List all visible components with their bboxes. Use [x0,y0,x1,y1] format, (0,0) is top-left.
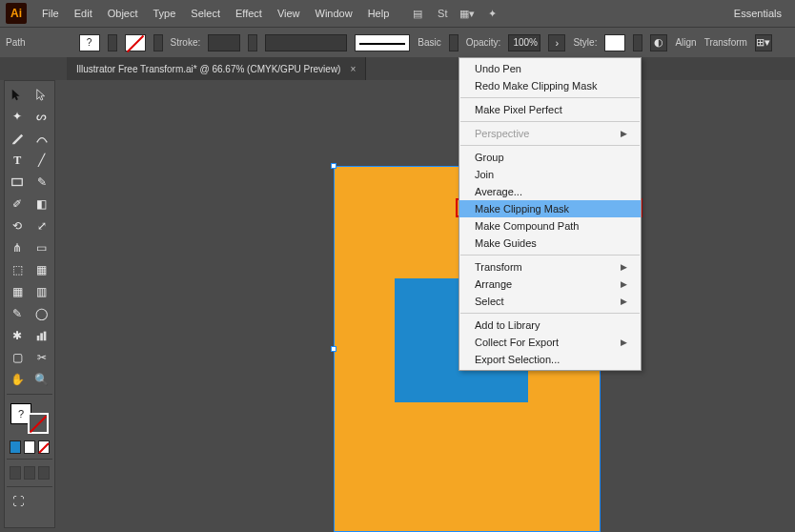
context-menu-item[interactable]: Add to Library [459,317,641,334]
context-menu-item[interactable]: Make Pixel Perfect [459,101,641,118]
opacity-label: Opacity: [466,37,501,48]
context-menu-item[interactable]: Undo Pen [459,60,641,77]
slice-tool[interactable]: ✂ [31,348,53,367]
recolor-icon[interactable]: ◐ [650,34,667,51]
context-menu-item[interactable]: Redo Make Clipping Mask [459,77,641,94]
eyedropper-tool[interactable]: ✎ [7,304,29,323]
context-menu-item-label: Add to Library [475,319,540,331]
fill-swatch[interactable] [79,34,100,51]
gpu-icon[interactable]: ✦ [484,6,499,21]
context-menu-separator [460,97,640,98]
context-menu-item[interactable]: Join [459,166,641,183]
opacity-field[interactable]: 100% [508,34,540,51]
context-menu-item[interactable]: Transform▶ [459,258,641,276]
menu-effect[interactable]: Effect [228,4,270,23]
transform-link[interactable]: Transform [704,37,747,48]
context-menu-item[interactable]: Make Compound Path [459,217,641,235]
zoom-tool[interactable]: 🔍 [31,370,53,389]
fill-stroke-indicator[interactable] [9,401,51,436]
transform-panel-icon[interactable]: ⊞▾ [755,34,772,51]
selection-handle[interactable] [331,346,336,352]
perspective-grid-tool[interactable]: ▦ [31,260,53,279]
menu-select[interactable]: Select [183,4,228,23]
gradient-tool[interactable]: ▥ [31,282,53,301]
blend-tool[interactable]: ◯ [31,304,53,323]
arrange-docs-icon[interactable]: ▦▾ [459,6,475,21]
submenu-arrow-icon: ▶ [621,297,627,306]
paintbrush-tool[interactable]: ✎ [31,173,53,192]
shaper-tool[interactable]: ✐ [7,194,29,214]
document-tab[interactable]: Illustrator Free Transform.ai* @ 66.67% … [67,57,366,80]
context-menu-item[interactable]: Group [459,149,641,166]
menu-help[interactable]: Help [360,4,398,23]
brush-definition[interactable] [355,34,410,51]
shape-builder-tool[interactable]: ⬚ [7,260,29,279]
direct-selection-tool[interactable] [31,85,53,104]
draw-behind-mode[interactable] [24,466,35,480]
close-tab-icon[interactable]: × [350,64,356,74]
type-tool[interactable]: T [7,151,29,170]
workspace-switcher[interactable]: Essentials [726,4,789,23]
context-menu-item[interactable]: Average... [459,183,641,200]
curvature-tool[interactable] [31,129,53,148]
stroke-weight-dropdown[interactable] [248,34,257,51]
context-menu: Undo PenRedo Make Clipping MaskMake Pixe… [459,57,642,371]
context-menu-item[interactable]: Collect For Export▶ [459,334,641,351]
context-menu-item[interactable]: Arrange▶ [459,276,641,293]
menu-edit[interactable]: Edit [67,4,100,23]
context-menu-item[interactable]: Export Selection... [459,351,641,368]
screen-mode-button[interactable]: ⛶ [7,492,29,511]
selection-tool[interactable] [7,85,29,104]
column-graph-tool[interactable] [31,326,53,345]
menu-object[interactable]: Object [100,4,146,23]
swatch-blue[interactable] [10,440,21,454]
mesh-tool[interactable]: ▦ [7,282,29,301]
stroke-dropdown[interactable] [153,34,163,51]
pen-tool[interactable] [7,129,29,148]
symbol-sprayer-tool[interactable]: ✱ [7,326,29,345]
width-tool[interactable]: ⋔ [7,238,29,257]
free-transform-tool[interactable]: ▭ [31,238,53,257]
context-menu-item[interactable]: Make Guides [459,235,641,252]
lasso-tool[interactable]: ᔕ [31,107,53,126]
draw-normal-mode[interactable] [10,466,21,480]
line-segment-tool[interactable]: ╱ [31,151,53,170]
svg-rect-1 [37,336,40,340]
stroke-indicator[interactable] [28,413,49,434]
document-tab-bar: Illustrator Free Transform.ai* @ 66.67% … [0,57,795,80]
context-menu-item-label: Select [475,296,504,307]
menu-window[interactable]: Window [308,4,360,23]
style-swatch[interactable] [604,34,625,51]
selection-handle[interactable] [331,163,336,169]
magic-wand-tool[interactable]: ✦ [7,107,29,126]
fill-dropdown[interactable] [108,34,117,51]
context-menu-item-label: Perspective [475,128,529,139]
brush-dropdown[interactable] [449,34,459,51]
rectangle-tool[interactable] [7,173,29,192]
menu-view[interactable]: View [270,4,308,23]
hand-tool[interactable]: ✋ [7,370,29,389]
context-menu-item[interactable]: Make Clipping Mask [459,200,641,217]
artboard-tool[interactable]: ▢ [7,348,29,367]
stroke-weight-field[interactable] [208,34,240,51]
swatch-white[interactable] [24,440,35,454]
swatch-none[interactable] [38,440,50,454]
color-swatch-row [7,440,52,454]
menu-type[interactable]: Type [146,4,184,23]
context-menu-item-label: Join [475,169,494,180]
stroke-profile-field[interactable] [265,34,347,51]
scale-tool[interactable]: ⤢ [31,216,53,235]
rotate-tool[interactable]: ⟲ [7,216,29,235]
selection-mode-label: Path [6,37,26,48]
stock-icon[interactable]: St [435,6,450,21]
style-dropdown[interactable] [633,34,642,51]
menu-file[interactable]: File [34,4,67,23]
bridge-icon[interactable]: ▤ [410,6,425,21]
opacity-arrow[interactable]: › [548,34,565,51]
submenu-arrow-icon: ▶ [621,262,627,272]
draw-inside-mode[interactable] [38,466,50,480]
context-menu-item[interactable]: Select▶ [459,293,641,310]
align-link[interactable]: Align [675,37,696,48]
eraser-tool[interactable]: ◧ [31,194,53,214]
stroke-swatch[interactable] [125,34,146,51]
